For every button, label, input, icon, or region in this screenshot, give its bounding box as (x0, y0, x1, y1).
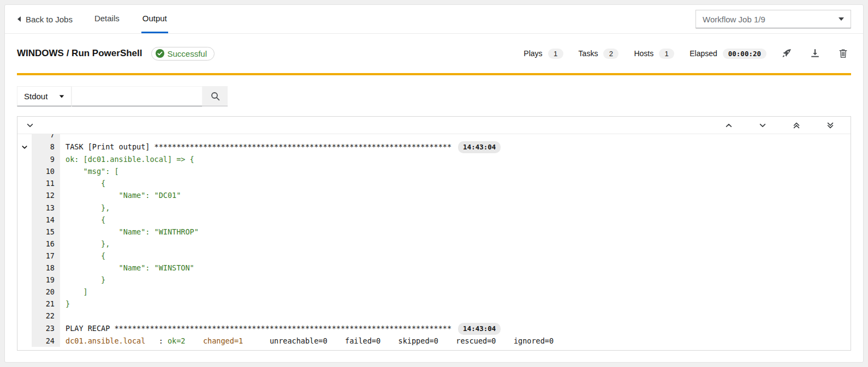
line-number: 9 (32, 153, 60, 165)
log-line: 22 (17, 310, 851, 322)
log-segment: "Name": "WINTHROP" (66, 227, 199, 236)
log-segment (185, 336, 203, 345)
gutter-spacer (17, 238, 32, 250)
tab-details-label: Details (94, 14, 120, 23)
log-line: 13 }, (17, 202, 851, 214)
success-check-icon (156, 49, 164, 58)
log-segment: TASK [Print output] ********************… (66, 142, 451, 151)
delete-job-trash-button[interactable] (839, 49, 848, 58)
gutter-spacer (17, 274, 32, 286)
job-header: WINDOWS / Run PowerShell Successful Play… (5, 34, 863, 73)
log-line: 8TASK [Print output] *******************… (17, 141, 851, 153)
line-number: 14 (32, 214, 60, 226)
stat-value-pill: 2 (603, 49, 619, 59)
log-line: 21} (17, 298, 851, 310)
line-text: PLAY RECAP *****************************… (60, 322, 501, 335)
line-number: 19 (32, 274, 60, 286)
tab-details[interactable]: Details (93, 5, 121, 33)
line-number: 16 (32, 238, 60, 250)
gutter-spacer (17, 153, 32, 165)
stdout-panel: 78TASK [Print output] ******************… (17, 116, 851, 351)
log-segment: } (66, 275, 105, 284)
log-line: 15 "Name": "WINTHROP" (17, 226, 851, 238)
log-line: 10 "msg": [ (17, 165, 851, 177)
stdout-panel-header (17, 117, 851, 134)
line-text: } (60, 274, 105, 286)
log-line: 20 ] (17, 286, 851, 298)
gutter-spacer (17, 335, 32, 347)
log-segment: }, (66, 239, 110, 248)
gutter-spacer (17, 250, 32, 262)
back-to-jobs-label: Back to Jobs (26, 15, 73, 24)
log-line: 23PLAY RECAP ***************************… (17, 322, 851, 335)
relaunch-rocket-button[interactable] (782, 49, 792, 58)
scroll-to-top-icon[interactable] (793, 122, 800, 129)
tab-output-label: Output (142, 14, 167, 23)
log-segment: }, (66, 203, 110, 212)
gutter-spacer (17, 226, 32, 238)
log-line: 11 { (17, 177, 851, 189)
line-text: }, (60, 238, 110, 250)
output-filter-select[interactable]: Stdout (17, 86, 72, 106)
line-text: "Name": "DC01" (60, 189, 181, 201)
page-title: WINDOWS / Run PowerShell (17, 48, 142, 59)
collapse-all-chevron-icon[interactable] (26, 122, 34, 129)
log-line: 14 { (17, 214, 851, 226)
log-segment: ok: [dc01.ansible.local] => { (66, 155, 194, 164)
stdout-log: 78TASK [Print output] ******************… (17, 134, 851, 350)
log-segment: PLAY RECAP *****************************… (66, 324, 451, 333)
workflow-job-select-value: Workflow Job 1/9 (703, 15, 765, 24)
stat-value-pill: 1 (548, 49, 563, 59)
tab-output[interactable]: Output (141, 5, 168, 33)
log-segment: { (66, 179, 105, 188)
timestamp-badge: 14:43:04 (458, 323, 501, 335)
job-output-page: Back to Jobs Details Output Workflow Job… (4, 4, 864, 363)
search-icon (211, 92, 220, 101)
line-text: { (60, 250, 105, 262)
gutter-spacer (17, 262, 32, 274)
back-arrow-icon (17, 16, 21, 22)
line-text: TASK [Print output] ********************… (60, 141, 501, 153)
top-tab-bar: Back to Jobs Details Output Workflow Job… (5, 5, 863, 34)
line-number: 21 (32, 298, 60, 310)
gutter-spacer (17, 322, 32, 335)
log-line: 19 } (17, 274, 851, 286)
stat-value-pill: 00:00:20 (723, 49, 766, 59)
line-number: 15 (32, 226, 60, 238)
gutter-spacer (17, 214, 32, 226)
log-segment: : (145, 336, 168, 345)
line-number: 8 (32, 141, 60, 153)
line-number: 18 (32, 262, 60, 274)
back-to-jobs-link[interactable]: Back to Jobs (17, 5, 73, 33)
search-button[interactable] (203, 86, 228, 106)
download-output-button[interactable] (810, 49, 820, 58)
gutter-spacer (17, 189, 32, 201)
log-line: 18 "Name": "WINSTON" (17, 262, 851, 274)
log-line: 24dc01.ansible.local : ok=2 changed=1 un… (17, 335, 851, 347)
line-number: 10 (32, 165, 60, 177)
line-number: 7 (32, 134, 60, 141)
timestamp-badge: 14:43:04 (458, 141, 501, 153)
line-text: { (60, 214, 105, 226)
task-collapse-chevron-icon[interactable] (17, 141, 32, 153)
line-number: 23 (32, 322, 60, 335)
line-number: 24 (32, 335, 60, 347)
line-number: 20 (32, 286, 60, 298)
status-badge-label: Successful (168, 49, 207, 58)
stat-tasks: Tasks2 (579, 49, 619, 59)
stat-label: Plays (524, 49, 542, 58)
scroll-to-bottom-icon[interactable] (827, 122, 834, 129)
gutter-spacer (17, 177, 32, 189)
search-input[interactable] (72, 86, 203, 106)
chevron-down-icon (60, 95, 64, 98)
scroll-next-icon[interactable] (759, 122, 766, 129)
line-text: } (60, 298, 70, 310)
job-actions (782, 49, 848, 58)
workflow-job-select[interactable]: Workflow Job 1/9 (695, 10, 851, 28)
log-line: 7 (17, 134, 851, 141)
line-text: "Name": "WINSTON" (60, 262, 194, 274)
scroll-previous-icon[interactable] (725, 122, 733, 129)
line-number: 13 (32, 202, 60, 214)
stat-value-pill: 1 (659, 49, 674, 59)
scroll-controls (725, 122, 842, 129)
